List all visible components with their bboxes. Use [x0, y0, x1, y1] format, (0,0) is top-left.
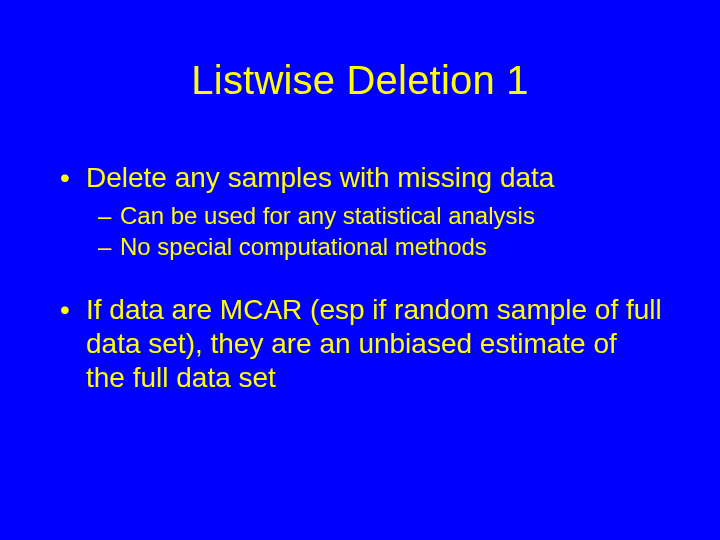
sub-bullet-text: Can be used for any statistical analysis: [120, 201, 662, 232]
slide: Listwise Deletion 1 • Delete any samples…: [0, 0, 720, 540]
bullet-text: Delete any samples with missing data: [86, 161, 662, 195]
sub-bullet-text: No special computational methods: [120, 232, 662, 263]
sub-bullet-item: – No special computational methods: [98, 232, 662, 263]
bullet-dot-icon: •: [58, 161, 86, 195]
bullet-item: • Delete any samples with missing data: [58, 161, 662, 195]
bullet-dot-icon: •: [58, 293, 86, 327]
sub-bullet-item: – Can be used for any statistical analys…: [98, 201, 662, 232]
bullet-dash-icon: –: [98, 232, 120, 263]
slide-content: • Delete any samples with missing data –…: [0, 161, 720, 395]
slide-title: Listwise Deletion 1: [0, 0, 720, 141]
bullet-dash-icon: –: [98, 201, 120, 232]
bullet-text: If data are MCAR (esp if random sample o…: [86, 293, 662, 395]
bullet-item: • If data are MCAR (esp if random sample…: [58, 293, 662, 395]
